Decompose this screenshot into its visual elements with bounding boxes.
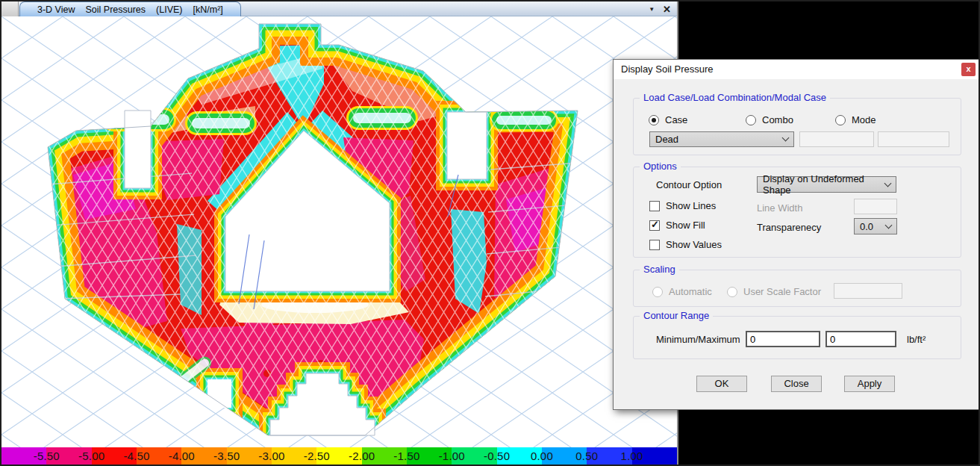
apply-button[interactable]: Apply — [844, 376, 895, 392]
maximum-field[interactable] — [825, 331, 896, 347]
tabbar-controls: ▼ ✕ — [649, 1, 671, 16]
view-tabbar: 3-D ViewSoil Pressures(LIVE)[kN/m²] ▼ ✕ — [1, 1, 677, 16]
mode-radio-label: Mode — [852, 114, 876, 125]
case-radio[interactable]: Case — [649, 114, 687, 125]
chevron-down-icon — [884, 179, 892, 187]
mode-radio[interactable]: Mode — [835, 114, 876, 125]
combo-radio-label: Combo — [762, 114, 793, 125]
line-width-label: Line Width — [757, 202, 802, 214]
transparency-select[interactable]: 0.0 — [854, 218, 897, 234]
legend-value: -3.00 — [258, 447, 284, 465]
combo-radio-circle[interactable] — [746, 115, 756, 125]
combo-value-field — [799, 131, 874, 147]
scaling-group-title: Scaling — [640, 264, 679, 276]
show-values-checkbox[interactable]: Show Values — [649, 239, 722, 250]
show-fill-checkbox[interactable]: Show Fill — [649, 220, 705, 231]
line-width-field — [854, 199, 897, 214]
scaling-group: Scaling Automatic User Scale Factor — [633, 270, 961, 307]
tab-title-part: 3-D View — [37, 4, 75, 15]
legend-value: -4.00 — [169, 447, 195, 465]
tab-title-part: (LIVE) — [156, 4, 182, 15]
dialog-title: Display Soil Pressure — [621, 63, 714, 75]
load-case-group: Load Case/Load Combination/Modal Case Ca… — [633, 98, 961, 155]
load-case-select-value: Dead — [655, 134, 678, 145]
mode-value-field — [878, 131, 949, 147]
ok-button[interactable]: OK — [696, 376, 747, 392]
view-tab[interactable]: 3-D ViewSoil Pressures(LIVE)[kN/m²] — [19, 1, 241, 16]
contour-legend: -5.50-5.00-4.50-4.00-3.50-3.00-2.50-2.00… — [1, 447, 677, 465]
contour-option-select[interactable]: Display on Undeformed Shape — [757, 176, 896, 193]
display-soil-pressure-dialog: Display Soil Pressure x Load Case/Load C… — [613, 59, 980, 410]
tab-title-part: [kN/m²] — [193, 4, 223, 15]
legend-value: 1.00 — [621, 447, 643, 465]
minimum-field[interactable] — [746, 331, 820, 347]
user-scale-radio-circle — [727, 287, 737, 297]
contour-range-group: Contour Range Minimum/Maximum lb/ft² — [633, 316, 961, 359]
tabbar-corner — [1, 1, 19, 16]
chevron-down-icon — [782, 134, 790, 142]
contour-option-value: Display on Undeformed Shape — [763, 173, 885, 196]
legend-value: -0.50 — [484, 447, 510, 465]
min-max-label: Minimum/Maximum — [656, 334, 740, 345]
contour-option-label: Contour Option — [656, 179, 722, 190]
case-radio-label: Case — [665, 114, 687, 125]
automatic-radio-circle — [652, 287, 663, 297]
legend-value: -2.00 — [349, 447, 375, 465]
show-values-box[interactable] — [649, 240, 660, 250]
legend-segment: -5.50 — [1, 447, 46, 465]
unit-label: lb/ft² — [907, 334, 926, 345]
show-lines-checkbox[interactable]: Show Lines — [649, 200, 716, 211]
load-case-select[interactable]: Dead — [649, 131, 794, 147]
close-button[interactable]: Close — [771, 376, 822, 392]
model-canvas[interactable] — [1, 16, 677, 447]
transparency-value: 0.0 — [860, 221, 873, 232]
user-scale-radio-label: User Scale Factor — [743, 286, 821, 297]
show-lines-label: Show Lines — [666, 200, 716, 211]
legend-value: -5.50 — [34, 447, 60, 465]
dialog-close-button[interactable]: x — [961, 63, 976, 76]
legend-value: 0.50 — [575, 447, 598, 465]
case-radio-circle[interactable] — [649, 115, 659, 125]
dialog-titlebar[interactable]: Display Soil Pressure x — [614, 60, 979, 79]
load-case-group-title: Load Case/Load Combination/Modal Case — [640, 92, 830, 104]
view-window: 3-D ViewSoil Pressures(LIVE)[kN/m²] ▼ ✕ — [1, 1, 678, 465]
soil-pressure-3d-figure — [1, 16, 677, 447]
options-group: Options Contour Option Display on Undefo… — [633, 167, 961, 258]
tab-close-icon[interactable]: ✕ — [663, 4, 671, 15]
show-fill-label: Show Fill — [666, 220, 705, 231]
contour-range-group-title: Contour Range — [640, 310, 713, 322]
user-scale-radio: User Scale Factor — [727, 286, 821, 297]
legend-value: 0.00 — [531, 447, 553, 465]
mode-radio-circle[interactable] — [835, 115, 846, 125]
automatic-radio: Automatic — [652, 286, 712, 297]
user-scale-field — [834, 283, 902, 299]
show-fill-box[interactable] — [649, 220, 660, 231]
app-window: 3-D ViewSoil Pressures(LIVE)[kN/m²] ▼ ✕ — [0, 0, 980, 466]
options-group-title: Options — [640, 161, 681, 173]
automatic-radio-label: Automatic — [669, 286, 712, 297]
tab-menu-icon[interactable]: ▼ — [649, 6, 655, 13]
tab-title-part: Soil Pressures — [85, 4, 146, 15]
legend-value: -5.00 — [78, 447, 104, 465]
show-lines-box[interactable] — [649, 201, 660, 211]
legend-value: -3.50 — [213, 447, 240, 465]
show-values-label: Show Values — [666, 239, 722, 250]
chevron-down-icon — [885, 221, 893, 229]
transparency-label: Transparenecy — [757, 222, 821, 233]
legend-value: -1.50 — [393, 447, 419, 465]
legend-value: -4.50 — [123, 447, 149, 465]
combo-radio[interactable]: Combo — [746, 114, 793, 125]
legend-value: -1.00 — [439, 447, 465, 465]
legend-value: -2.50 — [304, 447, 330, 465]
